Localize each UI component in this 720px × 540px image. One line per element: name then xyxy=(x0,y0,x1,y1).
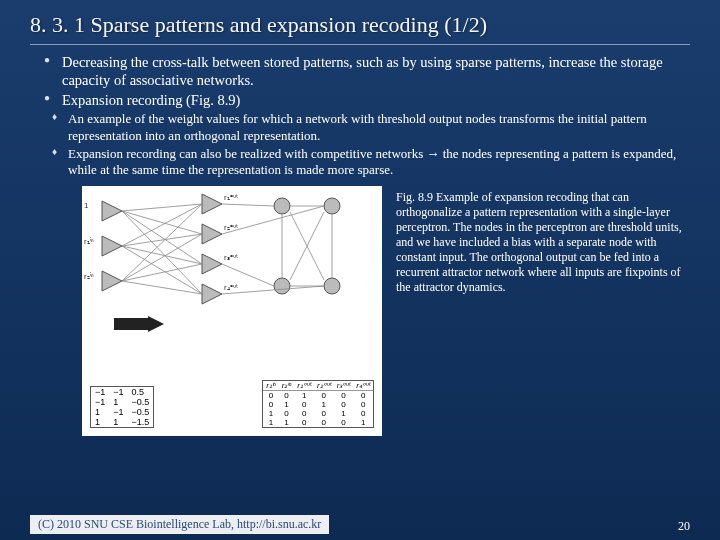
svg-marker-6 xyxy=(202,284,222,304)
weight-matrix: −1−10.5 −11−0.5 1−1−0.5 11−1.5 xyxy=(90,386,154,428)
svg-marker-0 xyxy=(102,201,122,221)
content-area: Decreasing the cross-talk between stored… xyxy=(0,53,720,436)
svg-marker-3 xyxy=(202,194,222,214)
footer: (C) 2010 SNU CSE Biointelligence Lab, ht… xyxy=(0,515,720,534)
figure-row: 1 r₁ⁱⁿ r₂ⁱⁿ r₁ᵒᵘᵗ r₂ᵒᵘᵗ r₃ᵒᵘᵗ r₄ᵒᵘᵗ −1−1… xyxy=(32,186,692,436)
label-rout3: r₃ᵒᵘᵗ xyxy=(224,253,238,262)
bullet-2: Expansion recording (Fig. 8.9) xyxy=(48,91,692,109)
label-rout4: r₄ᵒᵘᵗ xyxy=(224,283,238,292)
sub-bullets: An example of the weight values for whic… xyxy=(32,111,692,178)
sub-bullet-2: Expansion recording can also be realized… xyxy=(54,146,692,179)
svg-point-21 xyxy=(274,278,290,294)
svg-line-13 xyxy=(122,246,202,264)
label-r2in: r₂ⁱⁿ xyxy=(84,272,94,281)
label-rout1: r₁ᵒᵘᵗ xyxy=(224,193,238,202)
svg-line-18 xyxy=(122,281,202,294)
truth-table: r₁ⁱⁿr₂ⁱⁿ r₁ᵒᵘᵗr₂ᵒᵘᵗ r₃ᵒᵘᵗr₄ᵒᵘᵗ 001000 01… xyxy=(262,380,374,428)
label-one: 1 xyxy=(84,201,89,210)
slide-title: 8. 3. 1 Sparse patterns and expansion re… xyxy=(0,0,720,44)
main-bullets: Decreasing the cross-talk between stored… xyxy=(32,53,692,109)
figure-8-9: 1 r₁ⁱⁿ r₂ⁱⁿ r₁ᵒᵘᵗ r₂ᵒᵘᵗ r₃ᵒᵘᵗ r₄ᵒᵘᵗ −1−1… xyxy=(82,186,382,436)
svg-line-9 xyxy=(122,211,202,264)
svg-line-16 xyxy=(122,234,202,281)
svg-point-22 xyxy=(324,278,340,294)
svg-point-19 xyxy=(274,198,290,214)
label-r1in: r₁ⁱⁿ xyxy=(84,237,94,246)
page-number: 20 xyxy=(678,519,690,534)
footer-copyright: (C) 2010 SNU CSE Biointelligence Lab, ht… xyxy=(30,515,329,534)
svg-marker-33 xyxy=(114,316,164,332)
label-rout2: r₂ᵒᵘᵗ xyxy=(224,223,238,232)
svg-line-15 xyxy=(122,204,202,281)
bullet-1: Decreasing the cross-talk between stored… xyxy=(48,53,692,89)
svg-marker-1 xyxy=(102,236,122,256)
svg-line-10 xyxy=(122,211,202,294)
sub-bullet-1: An example of the weight values for whic… xyxy=(54,111,692,144)
svg-marker-5 xyxy=(202,254,222,274)
svg-point-20 xyxy=(324,198,340,214)
title-underline xyxy=(30,44,690,45)
svg-line-17 xyxy=(122,264,202,281)
svg-line-8 xyxy=(122,211,202,234)
arrow-icon xyxy=(114,316,164,332)
svg-line-23 xyxy=(222,204,274,206)
network-diagram: 1 r₁ⁱⁿ r₂ⁱⁿ r₁ᵒᵘᵗ r₂ᵒᵘᵗ r₃ᵒᵘᵗ r₄ᵒᵘᵗ xyxy=(82,186,382,336)
svg-marker-4 xyxy=(202,224,222,244)
svg-marker-2 xyxy=(102,271,122,291)
figure-caption: Fig. 8.9 Example of expansion recoding t… xyxy=(396,186,682,295)
